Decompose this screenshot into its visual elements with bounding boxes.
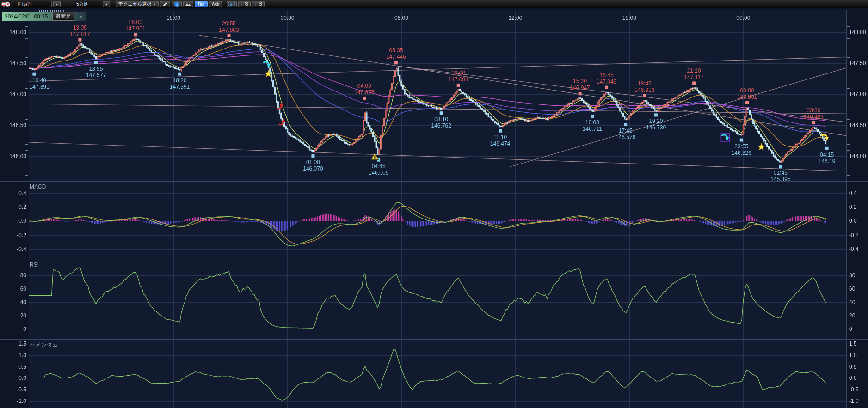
- price-axis-label: 146.50: [1, 122, 26, 128]
- chevron-down-icon: ▼: [55, 3, 59, 6]
- time-axis-label: 12:00: [508, 15, 522, 21]
- momentum-axis-label: -0.5: [849, 386, 859, 393]
- time-axis-label: 06:00: [394, 15, 408, 21]
- info-button[interactable]: i: [172, 1, 182, 7]
- rsi-axis-label: 40: [1, 299, 26, 305]
- macd-axis-label: -0.2: [849, 232, 859, 238]
- rsi-axis-label: 60: [1, 286, 26, 292]
- technical-select-button[interactable]: テクニカル選択 ▼: [116, 1, 159, 7]
- draw-tool-button[interactable]: [160, 1, 170, 7]
- macd-axis-label: -0.2: [1, 232, 26, 238]
- rsi-axis-label: 20: [1, 312, 26, 319]
- price-axis-label: 148.00: [1, 29, 26, 36]
- updown-arrow-icon: ↕: [241, 2, 243, 6]
- price-axis-label: 148.00: [849, 29, 866, 36]
- chart-tab-title: 2024/02/01 00:35: [5, 13, 48, 20]
- momentum-axis-label: -0.5: [1, 386, 26, 393]
- toolbar: ドル/円 ▼ 5分足 ▼ テクニカル選択 ▼ i Bid Ask ↕: [0, 0, 868, 8]
- zoom-in-button[interactable]: ↕: [252, 1, 265, 7]
- pane-title-momentum: モメンタム: [30, 341, 58, 349]
- bid-button[interactable]: Bid: [195, 1, 208, 7]
- chevron-down-icon: ▼: [105, 3, 108, 6]
- rsi-axis-label: 40: [849, 299, 855, 305]
- chevron-down-icon: ▼: [153, 3, 156, 6]
- currency-pair-flags: [1, 1, 12, 7]
- latest-bar-button[interactable]: 最新足: [52, 12, 74, 21]
- pane-title-rsi: RSI: [30, 262, 39, 268]
- rsi-axis-label: 60: [849, 286, 855, 292]
- timeframe-select[interactable]: 5分足: [74, 1, 101, 7]
- macd-axis-label: 0.4: [849, 190, 857, 196]
- chart-style-button[interactable]: [183, 1, 193, 7]
- rsi-axis-label: 80: [1, 272, 26, 279]
- info-icon: i: [174, 1, 180, 7]
- zoom-out-icon: [244, 1, 248, 7]
- momentum-axis-label: 1.5: [1, 341, 26, 347]
- ask-button[interactable]: Ask: [209, 1, 222, 7]
- time-axis-label: 18:00: [622, 15, 636, 21]
- trading-app: { "toolbar": { "pair": "ドル/円", "timefram…: [0, 0, 868, 408]
- macd-axis-label: -0.4: [1, 246, 26, 252]
- time-axis-label: 00:00: [736, 15, 750, 21]
- mountain-chart-icon: [185, 2, 191, 7]
- price-axis-label: 147.50: [849, 60, 866, 67]
- price-axis-label: 146.50: [849, 122, 866, 128]
- rsi-axis-label: 0: [849, 326, 852, 332]
- time-axis-label: 18:00: [166, 15, 180, 21]
- macd-axis-label: 0.2: [1, 204, 26, 210]
- momentum-axis-label: 0.5: [1, 364, 26, 370]
- currency-pair-select[interactable]: ドル/円: [14, 1, 52, 7]
- pencil-icon: [162, 1, 168, 7]
- rsi-axis-label: 80: [849, 272, 855, 279]
- chart-tab[interactable]: 2024/02/01 00:35 最新足 ×: [2, 12, 86, 21]
- momentum-axis-label: 0.0: [1, 375, 26, 381]
- timeframe-label: 5分足: [76, 1, 88, 7]
- macd-axis-label: 0.0: [849, 218, 857, 224]
- price-axis-label: 147.50: [1, 60, 26, 67]
- currency-pair-dropdown-button[interactable]: ▼: [53, 1, 61, 7]
- pane-title-macd: MACD: [30, 183, 46, 190]
- updown-arrow-icon: ↕: [255, 2, 257, 6]
- rsi-axis-label: 0: [1, 326, 26, 332]
- bid-label: Bid: [198, 2, 204, 7]
- momentum-axis-label: 0.5: [849, 364, 857, 370]
- momentum-axis-label: 0.0: [849, 375, 857, 381]
- zoom-out-button[interactable]: ↕: [238, 1, 251, 7]
- momentum-axis-label: 1.5: [849, 341, 857, 347]
- tab-close-icon[interactable]: ×: [78, 14, 83, 19]
- price-axis-label: 146.00: [1, 153, 26, 159]
- bar-chart-icon: [228, 1, 235, 7]
- macd-axis-label: 0.0: [1, 218, 26, 224]
- chart-canvas[interactable]: [0, 8, 868, 408]
- jpy-flag-icon: [5, 2, 10, 7]
- volume-chart-button[interactable]: [227, 1, 237, 7]
- timeframe-dropdown-button[interactable]: ▼: [103, 1, 110, 7]
- time-axis-label: 00:00: [280, 15, 294, 21]
- macd-axis-label: -0.4: [849, 246, 859, 252]
- price-axis-label: 147.00: [849, 91, 866, 97]
- momentum-axis-label: -1.0: [1, 398, 26, 404]
- price-axis-label: 147.00: [1, 91, 26, 97]
- rsi-axis-label: 20: [849, 312, 855, 319]
- technical-select-label: テクニカル選択: [118, 1, 151, 7]
- momentum-axis-label: 1.0: [1, 352, 26, 359]
- zoom-in-icon: [258, 1, 262, 7]
- ask-label: Ask: [212, 2, 220, 7]
- momentum-axis-label: 1.0: [849, 352, 857, 359]
- price-axis-label: 146.00: [849, 153, 866, 159]
- currency-pair-label: ドル/円: [17, 1, 32, 7]
- macd-axis-label: 0.2: [849, 204, 857, 210]
- macd-axis-label: 0.4: [1, 190, 26, 196]
- momentum-axis-label: -1.0: [849, 398, 859, 404]
